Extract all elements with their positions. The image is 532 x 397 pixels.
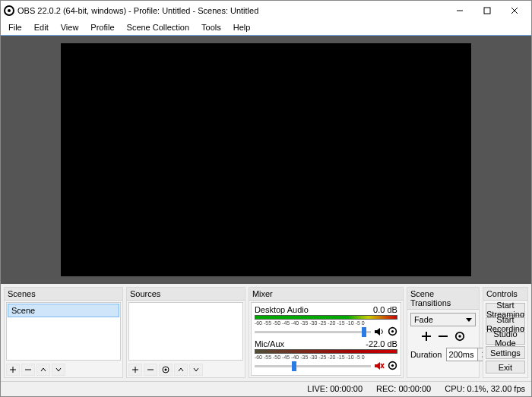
svg-marker-20 [466, 318, 472, 322]
mixer-mic: Mic/Aux -22.0 dB -60 -55 -50 -45 -40 -35… [255, 339, 397, 372]
menu-edit[interactable]: Edit [30, 22, 53, 33]
menu-help[interactable]: Help [229, 22, 255, 33]
menu-scene-collection[interactable]: Scene Collection [122, 22, 195, 33]
mic-ticks: -60 -55 -50 -45 -40 -35 -30 -25 -20 -15 … [255, 354, 397, 360]
desktop-volume-slider[interactable] [255, 331, 371, 333]
mixer-desktop-audio: Desktop Audio 0.0 dB -60 -55 -50 -45 -40… [255, 305, 397, 338]
duration-label: Duration [410, 350, 442, 359]
mic-mute-icon[interactable] [374, 361, 385, 372]
svg-point-14 [391, 330, 394, 332]
menu-profile[interactable]: Profile [86, 22, 119, 33]
controls-panel: Controls Start Streaming Start Recording… [483, 287, 528, 378]
scene-add-button[interactable] [6, 364, 20, 376]
mixer-mic-label: Mic/Aux [255, 339, 284, 348]
source-up-button[interactable] [174, 364, 188, 376]
scenes-header: Scenes [5, 288, 122, 301]
mixer-mic-db: -22.0 dB [366, 339, 397, 348]
sources-header: Sources [127, 288, 245, 301]
svg-point-25 [458, 335, 461, 338]
mixer-panel: Mixer Desktop Audio 0.0 dB -60 -55 -50 -… [249, 287, 404, 378]
scene-item[interactable]: Scene [8, 304, 119, 317]
transition-select[interactable]: Fade [410, 313, 476, 326]
svg-marker-15 [375, 362, 380, 370]
mic-vu-meter [255, 349, 397, 354]
menubar: File Edit View Profile Scene Collection … [1, 20, 531, 36]
start-recording-button[interactable]: Start Recording [486, 317, 525, 330]
desktop-vu-meter [255, 315, 397, 320]
mixer-header: Mixer [249, 288, 403, 301]
mixer-desktop-db: 0.0 dB [373, 305, 397, 314]
transitions-panel: Scene Transitions Fade Duration ▲ [407, 287, 480, 378]
menu-tools[interactable]: Tools [197, 22, 226, 33]
controls-header: Controls [483, 288, 527, 301]
titlebar: OBS 22.0.2 (64-bit, windows) - Profile: … [1, 1, 531, 20]
source-properties-button[interactable] [159, 364, 173, 376]
scene-down-button[interactable] [52, 364, 65, 376]
status-rec: REC: 00:00:00 [376, 384, 431, 394]
obs-window: OBS 22.0.2 (64-bit, windows) - Profile: … [0, 0, 532, 397]
sources-list[interactable] [128, 302, 243, 361]
duration-input[interactable] [447, 348, 477, 361]
mic-gear-icon[interactable] [388, 361, 397, 372]
transition-add-button[interactable] [421, 331, 432, 343]
chevron-down-icon [466, 315, 472, 324]
svg-rect-1 [484, 8, 490, 14]
transition-remove-button[interactable] [438, 331, 448, 343]
scene-up-button[interactable] [36, 364, 50, 376]
mic-volume-slider[interactable] [255, 365, 371, 367]
source-down-button[interactable] [189, 364, 203, 376]
maximize-button[interactable] [473, 2, 501, 19]
svg-marker-12 [375, 328, 380, 336]
preview-area [1, 36, 531, 284]
exit-button[interactable]: Exit [486, 361, 525, 373]
studio-mode-button[interactable]: Studio Mode [486, 332, 525, 345]
menu-view[interactable]: View [56, 22, 84, 33]
menu-file[interactable]: File [4, 22, 27, 33]
desktop-gear-icon[interactable] [388, 326, 397, 338]
bottom-panels: Scenes Scene Sources Mixer [1, 284, 531, 381]
status-live: LIVE: 00:00:00 [307, 384, 363, 394]
mixer-desktop-label: Desktop Audio [255, 305, 309, 314]
transitions-header: Scene Transitions [407, 288, 479, 310]
desktop-ticks: -60 -55 -50 -45 -40 -35 -30 -25 -20 -15 … [255, 320, 397, 326]
status-cpu: CPU: 0.1%, 32.00 fps [445, 384, 525, 394]
source-add-button[interactable] [128, 364, 142, 376]
preview-canvas[interactable] [61, 43, 471, 276]
source-remove-button[interactable] [144, 364, 157, 376]
sources-panel: Sources [126, 287, 245, 378]
settings-button[interactable]: Settings [486, 346, 525, 359]
close-button[interactable] [501, 2, 528, 19]
scene-remove-button[interactable] [21, 364, 35, 376]
statusbar: LIVE: 00:00:00 REC: 00:00:00 CPU: 0.1%, … [1, 381, 531, 396]
transition-gear-icon[interactable] [454, 331, 465, 343]
transition-selected: Fade [414, 315, 433, 324]
desktop-speaker-icon[interactable] [374, 327, 385, 338]
minimize-button[interactable] [446, 2, 473, 19]
obs-app-icon [4, 5, 14, 16]
svg-point-19 [391, 364, 394, 367]
window-title: OBS 22.0.2 (64-bit, windows) - Profile: … [17, 6, 258, 15]
scenes-list[interactable]: Scene [6, 302, 121, 361]
start-streaming-button[interactable]: Start Streaming [486, 303, 525, 316]
scenes-panel: Scenes Scene [4, 287, 123, 378]
svg-point-11 [164, 369, 166, 371]
